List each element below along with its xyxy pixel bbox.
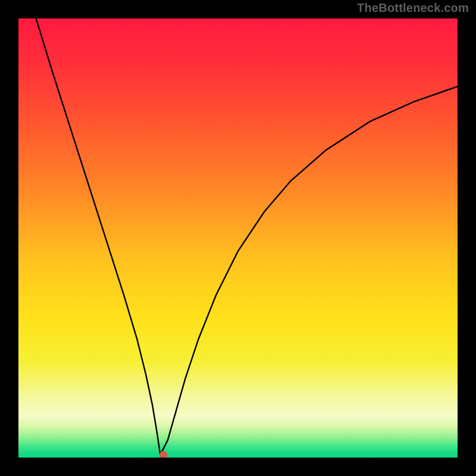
gradient-background bbox=[18, 18, 458, 458]
plot-area bbox=[18, 18, 458, 458]
plot-svg bbox=[18, 18, 458, 458]
chart-frame: TheBottleneck.com bbox=[0, 0, 476, 476]
attribution-text: TheBottleneck.com bbox=[357, 1, 469, 15]
